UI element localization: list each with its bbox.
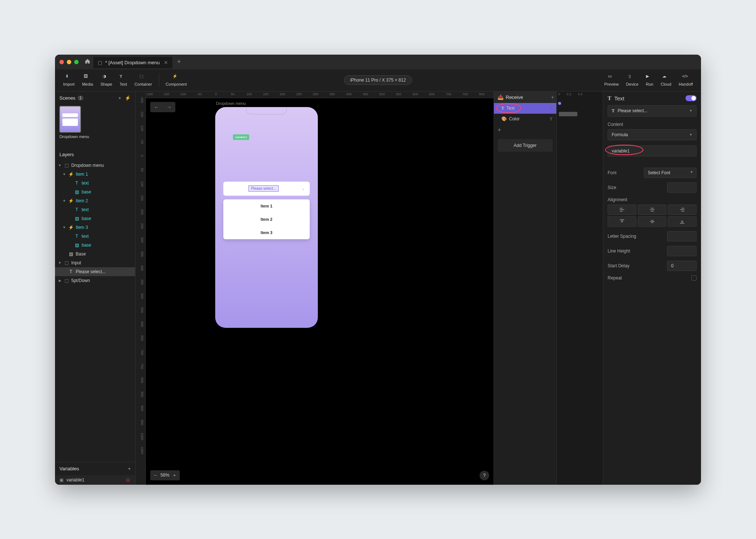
device-info-pill[interactable]: iPhone 11 Pro / X 375 × 812: [344, 75, 412, 85]
nav-forward-button[interactable]: →: [163, 102, 175, 112]
layer-row[interactable]: ▶⬚5pt/Down: [55, 276, 135, 285]
add-trigger-button[interactable]: Add Trigger: [498, 139, 553, 152]
color-icon: 🎨: [501, 116, 507, 121]
start-delay-input[interactable]: 0: [667, 261, 697, 271]
timeline-track-text[interactable]: [557, 98, 603, 109]
variable-chip: variable1: [233, 134, 249, 140]
close-tab-button[interactable]: ✕: [164, 60, 168, 65]
layer-row[interactable]: ▼⬚Dropdown menu: [55, 161, 135, 170]
add-variable-button[interactable]: +: [128, 466, 131, 471]
preview-button[interactable]: ▭Preview: [601, 72, 622, 88]
text-icon: T: [608, 95, 611, 102]
scenes-header: Scenes 1 + ⚡: [55, 92, 135, 104]
timeline-add-row[interactable]: +: [494, 124, 556, 135]
timeline-header[interactable]: 📥 Receive +: [494, 92, 556, 103]
layer-row[interactable]: ▧Base: [55, 250, 135, 258]
cloud-button[interactable]: ☁Cloud: [657, 72, 675, 88]
size-input[interactable]: [667, 182, 697, 193]
layer-row[interactable]: TPlease select...: [55, 267, 135, 276]
keyframe-dot[interactable]: [558, 102, 561, 105]
font-label: Font: [608, 170, 641, 175]
align-center-button[interactable]: [638, 205, 667, 215]
container-tool[interactable]: ⬚Container: [131, 72, 156, 88]
tab-title: * [Asset] Dropdown menu: [105, 60, 159, 65]
scene-bolt-icon[interactable]: ⚡: [125, 95, 131, 101]
scene-thumbnail[interactable]: Dropdown menu: [59, 106, 131, 139]
scene-count-badge: 1: [78, 96, 83, 100]
layer-row[interactable]: Ttext: [55, 232, 135, 241]
canvas[interactable]: -200-150-100-500501001502002503003504004…: [146, 92, 494, 485]
dropdown-item-3[interactable]: Item 3: [223, 226, 310, 239]
alignment-label: Alignment: [608, 197, 697, 202]
valign-middle-button[interactable]: [638, 216, 667, 227]
element-selector[interactable]: T Please select... ▼: [608, 105, 697, 117]
text-end-icon: T: [550, 106, 553, 111]
font-select[interactable]: Select Font ▼: [644, 168, 697, 178]
zoom-value: 58%: [161, 473, 169, 478]
phone-frame: variable1 Please select... ⌄ Item 1 Item…: [215, 107, 318, 328]
dropdown-item-1[interactable]: Item 1: [223, 199, 310, 213]
layers-header: Layers: [55, 148, 135, 161]
shape-tool[interactable]: ◑Shape: [97, 72, 116, 88]
layer-row[interactable]: ▧base: [55, 188, 135, 196]
layer-row[interactable]: ▼⚡Item 1: [55, 170, 135, 179]
zoom-in-button[interactable]: +: [169, 470, 180, 480]
run-button[interactable]: ▶Run: [642, 72, 657, 88]
layer-row[interactable]: ▼⚡Item 2: [55, 196, 135, 205]
document-icon: ▢: [98, 60, 102, 65]
layer-row[interactable]: ▼⬚Input: [55, 258, 135, 267]
close-window-button[interactable]: [59, 60, 64, 64]
timeline-track-color[interactable]: [557, 109, 603, 120]
layer-row[interactable]: Ttext: [55, 205, 135, 214]
letter-spacing-label: Letter Spacing: [608, 234, 641, 239]
help-button[interactable]: ?: [480, 471, 489, 480]
text-end-icon: T: [550, 116, 553, 122]
dropdown-input[interactable]: Please select... ⌄: [223, 182, 310, 196]
variables-panel: Variables + ▣ variable1 🐞: [55, 462, 135, 485]
horizontal-ruler: -200-150-100-500501001502002503003504004…: [146, 92, 494, 98]
content-type-select[interactable]: Formula ▼: [608, 129, 697, 140]
timeline-color-row[interactable]: 🎨 Color T: [494, 114, 556, 124]
formula-input[interactable]: variable1: [608, 145, 697, 157]
nav-back-button[interactable]: ←: [150, 102, 163, 112]
repeat-label: Repeat: [608, 275, 641, 281]
repeat-checkbox[interactable]: [691, 275, 697, 281]
document-tab[interactable]: ▢ * [Asset] Dropdown menu ✕: [93, 57, 172, 68]
maximize-window-button[interactable]: [74, 60, 79, 64]
dropdown-item-2[interactable]: Item 2: [223, 213, 310, 226]
chevron-down-icon: ▼: [690, 170, 693, 174]
media-tool[interactable]: 🖼Media: [78, 72, 97, 88]
text-tool[interactable]: TText: [116, 72, 131, 88]
letter-spacing-input[interactable]: [667, 231, 697, 241]
variables-header: Variables +: [55, 462, 135, 475]
align-left-button[interactable]: [608, 205, 636, 215]
import-tool[interactable]: ⬇Import: [59, 72, 78, 88]
timeline-scale: 0 0.2 0.4: [556, 92, 603, 485]
timeline-add-button[interactable]: +: [551, 94, 554, 100]
timeline-bar[interactable]: [559, 112, 577, 116]
variable-row[interactable]: ▣ variable1 🐞: [55, 475, 135, 485]
receive-icon: 📥: [498, 95, 504, 100]
align-right-button[interactable]: [668, 205, 697, 215]
home-button[interactable]: [85, 58, 90, 66]
debug-icon[interactable]: 🐞: [125, 477, 131, 483]
layer-row[interactable]: ▧base: [55, 241, 135, 250]
layer-row[interactable]: Ttext: [55, 179, 135, 188]
inspector-header: T Text: [608, 95, 697, 102]
valign-top-button[interactable]: [608, 216, 636, 227]
inspector-panel: T Text T Please select... ▼ Content Form…: [603, 92, 701, 485]
timeline-text-row[interactable]: T Text T: [494, 103, 556, 114]
property-toggle[interactable]: [685, 95, 697, 101]
phone-notch: [246, 108, 287, 114]
new-tab-button[interactable]: +: [177, 58, 181, 66]
add-scene-button[interactable]: +: [118, 95, 121, 101]
line-height-input[interactable]: [667, 246, 697, 256]
minimize-window-button[interactable]: [67, 60, 71, 64]
layer-row[interactable]: ▧base: [55, 214, 135, 223]
valign-bottom-button[interactable]: [668, 216, 697, 227]
device-button[interactable]: ▯Device: [622, 72, 642, 88]
layer-row[interactable]: ▼⚡Item 3: [55, 223, 135, 232]
component-tool[interactable]: ⚡Component: [162, 72, 190, 88]
zoom-out-button[interactable]: −: [150, 470, 161, 480]
handoff-button[interactable]: </>Handoff: [675, 72, 697, 88]
